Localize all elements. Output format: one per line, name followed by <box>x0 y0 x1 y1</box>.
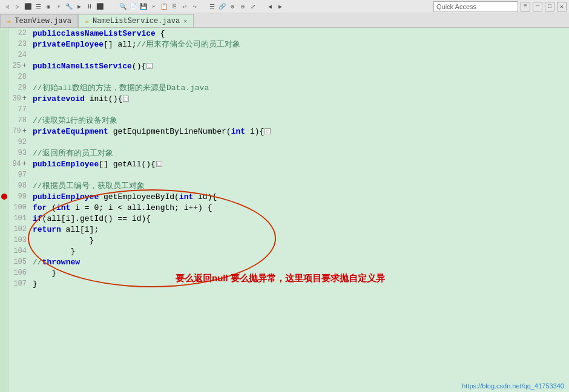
code-line[interactable]: for (int i = 0; i < all.length; i++) { <box>33 202 569 213</box>
code-line[interactable] <box>33 137 569 148</box>
line-number: 29 <box>8 82 27 93</box>
breakpoint[interactable] <box>1 194 7 200</box>
line-number: 100 <box>8 202 27 213</box>
line-number: 97 <box>8 169 27 180</box>
code-line[interactable]: private Equipment getEquipmentByLineNumb… <box>33 126 569 137</box>
code-line[interactable]: } <box>33 235 569 246</box>
icon3[interactable]: ◉ <box>44 2 53 11</box>
code-line[interactable] <box>33 104 569 115</box>
nav-back-icon[interactable]: ◁ <box>2 2 12 11</box>
icon15[interactable]: ↩ <box>180 2 189 11</box>
maximize-btn[interactable]: □ <box>545 2 554 11</box>
code-line[interactable]: //根据员工编号，获取员工对象 <box>33 180 569 191</box>
code-line[interactable] <box>33 169 569 180</box>
icon12[interactable]: ✂ <box>149 2 159 11</box>
gutter-line <box>0 235 8 246</box>
code-line[interactable]: } <box>33 267 569 278</box>
tab-bar: ☕ TeamView.java ☕ NameListService.java ✕ <box>0 13 569 28</box>
icon19[interactable]: ⊕ <box>228 2 237 11</box>
menu-btn[interactable]: ≡ <box>521 2 530 11</box>
code-area[interactable]: public class NameListService { private E… <box>30 28 569 392</box>
icon13[interactable]: 📋 <box>159 2 169 11</box>
gutter-line <box>0 60 8 71</box>
gutter-line <box>0 39 8 50</box>
line-number: 78 <box>8 115 27 126</box>
icon14[interactable]: ⎘ <box>169 2 179 11</box>
icon16[interactable]: ↪ <box>190 2 200 11</box>
gutter-line <box>0 169 8 180</box>
line-number: 79 <box>8 126 27 137</box>
code-line[interactable]: } <box>33 246 569 256</box>
icon23[interactable]: ▶ <box>275 2 285 11</box>
icon18[interactable]: 🔗 <box>217 2 227 11</box>
line-number: 30 <box>8 93 27 104</box>
line-number: 103 <box>8 235 27 246</box>
gutter <box>0 28 8 392</box>
tab-namelistservice[interactable]: ☕ NameListService.java ✕ <box>78 14 194 27</box>
code-line[interactable]: //返回所有的员工对象 <box>33 148 569 158</box>
line-numbers: 2223242528293077787992939497989910010110… <box>8 28 30 392</box>
code-line[interactable]: //读取第i行的设备对象 <box>33 115 569 126</box>
watermark: https://blog.csdn.net/qq_41753340 <box>462 382 564 390</box>
tab-namelistservice-close[interactable]: ✕ <box>183 18 187 25</box>
line-number: 92 <box>8 137 27 148</box>
code-line[interactable]: if(all[i].getId() == id){ <box>33 213 569 224</box>
gutter-line <box>0 267 8 278</box>
icon8[interactable]: ⬛ <box>95 2 105 11</box>
code-line[interactable]: return all[i]; <box>33 224 569 235</box>
gutter-line <box>0 104 8 115</box>
code-line[interactable]: public Employee getEmployeeById(int id){ <box>33 191 569 202</box>
code-line[interactable]: public NameListService(){□ <box>33 60 569 71</box>
icon21[interactable]: ⤢ <box>248 2 258 11</box>
gutter-line <box>0 148 8 158</box>
toolbar: ◁ ▷ ⬛ ☰ ◉ ⚡ 🔧 ▶ ⏸ ⬛ 🔍 📄 💾 ✂ 📋 ⎘ ↩ ↪ ☰ 🔗 … <box>0 0 569 13</box>
gutter-line <box>0 256 8 267</box>
code-line[interactable]: private Employee[] all;//用来存储全公司的员工对象 <box>33 39 569 50</box>
gutter-line <box>0 180 8 191</box>
icon22[interactable]: ◀ <box>265 2 275 11</box>
gutter-line <box>0 158 8 169</box>
icon17[interactable]: ☰ <box>207 2 217 11</box>
gutter-line <box>0 82 8 93</box>
code-line[interactable]: private void init(){□ <box>33 93 569 104</box>
icon2[interactable]: ☰ <box>33 2 43 11</box>
minimize-btn[interactable]: ─ <box>533 2 542 11</box>
line-number: 93 <box>8 148 27 158</box>
icon20[interactable]: ⊖ <box>238 2 248 11</box>
quick-access-area: ≡ ─ □ ✕ <box>433 1 567 12</box>
gutter-line <box>0 213 8 224</box>
line-number: 94 <box>8 158 27 169</box>
nav-fwd-icon[interactable]: ▷ <box>13 2 22 11</box>
icon1[interactable]: ⬛ <box>23 2 33 11</box>
line-number: 101 <box>8 213 27 224</box>
icon5[interactable]: 🔧 <box>64 2 74 11</box>
line-number: 25 <box>8 60 27 71</box>
code-line[interactable] <box>33 50 569 60</box>
line-number: 107 <box>8 278 27 289</box>
line-number: 105 <box>8 256 27 267</box>
code-line[interactable] <box>33 71 569 82</box>
code-line[interactable]: //初始all数组的方法，数据的来源是Data.java <box>33 82 569 93</box>
gutter-line <box>0 278 8 289</box>
code-line[interactable]: public Employee[] getAll(){□ <box>33 158 569 169</box>
quick-access-input[interactable] <box>433 1 518 12</box>
line-number: 24 <box>8 50 27 60</box>
icon9[interactable]: 🔍 <box>118 2 128 11</box>
gutter-line <box>0 50 8 60</box>
tab-namelistservice-icon: ☕ <box>85 16 89 25</box>
code-line[interactable]: // throw new <box>33 256 569 267</box>
line-number: 77 <box>8 104 27 115</box>
gutter-line <box>0 71 8 82</box>
toolbar-icons: ◁ ▷ ⬛ ☰ ◉ ⚡ 🔧 ▶ ⏸ ⬛ 🔍 📄 💾 ✂ 📋 ⎘ ↩ ↪ ☰ 🔗 … <box>2 2 432 11</box>
icon4[interactable]: ⚡ <box>54 2 64 11</box>
code-line[interactable]: public class NameListService { <box>33 28 569 39</box>
line-number: 28 <box>8 71 27 82</box>
icon6[interactable]: ▶ <box>74 2 84 11</box>
tab-teamview[interactable]: ☕ TeamView.java <box>0 14 78 27</box>
line-number: 102 <box>8 224 27 235</box>
close-btn[interactable]: ✕ <box>557 2 567 11</box>
icon7[interactable]: ⏸ <box>85 2 94 11</box>
icon10[interactable]: 📄 <box>128 2 138 11</box>
icon11[interactable]: 💾 <box>139 2 148 11</box>
code-line[interactable]: } <box>33 278 569 289</box>
